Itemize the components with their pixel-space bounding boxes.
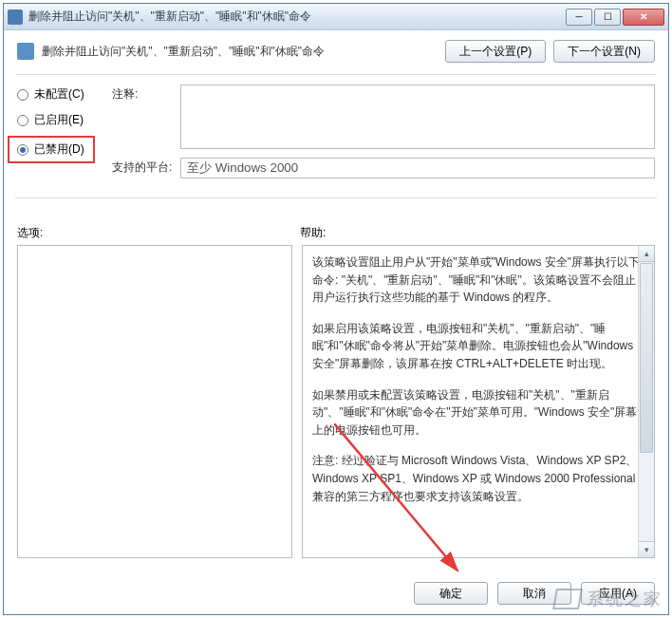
close-button[interactable]: ✕ [623,9,664,26]
previous-setting-button[interactable]: 上一个设置(P) [445,40,546,63]
state-radio-group: 未配置(C) 已启用(E) 已禁用(D) [17,86,112,163]
help-text: 该策略设置阻止用户从"开始"菜单或"Windows 安全"屏幕执行以下命令: "… [312,253,644,505]
app-icon [8,9,23,25]
radio-not-configured[interactable]: 未配置(C) [17,86,112,103]
options-label: 选项: [17,225,300,241]
comment-textarea[interactable] [180,84,655,149]
help-paragraph: 注意: 经过验证与 Microsoft Windows Vista、Window… [312,452,644,505]
ok-button[interactable]: 确定 [414,582,488,605]
platform-field [180,158,655,178]
radio-disabled[interactable]: 已禁用(D) [17,141,85,158]
help-paragraph: 如果禁用或未配置该策略设置，电源按钮和"关机"、"重新启动"、"睡眠"和"休眠"… [312,386,644,440]
minimize-button[interactable]: ─ [566,9,592,26]
policy-title: 删除并阻止访问"关机"、"重新启动"、"睡眠"和"休眠"命令 [42,44,445,60]
scroll-thumb[interactable] [640,263,653,453]
scrollbar[interactable]: ▴ ▾ [638,246,654,557]
help-label: 帮助: [300,225,655,241]
radio-label: 已禁用(D) [34,141,84,158]
window-controls: ─ ☐ ✕ [566,9,664,26]
window-title: 删除并阻止访问"关机"、"重新启动"、"睡眠"和"休眠"命令 [28,9,566,25]
scroll-down-button[interactable]: ▾ [639,541,654,557]
radio-label: 已启用(E) [34,112,84,128]
separator [15,197,657,198]
separator [15,74,657,75]
help-paragraph: 如果启用该策略设置，电源按钮和"关机"、"重新启动"、"睡眠"和"休眠"命令将从… [312,320,644,373]
help-panel: 该策略设置阻止用户从"开始"菜单或"Windows 安全"屏幕执行以下命令: "… [302,245,655,558]
highlight-box: 已禁用(D) [8,136,95,163]
scroll-up-button[interactable]: ▴ [639,246,654,262]
dialog-window: 删除并阻止访问"关机"、"重新启动"、"睡眠"和"休眠"命令 ─ ☐ ✕ 删除并… [3,3,669,615]
options-panel [17,245,292,558]
next-setting-button[interactable]: 下一个设置(N) [553,40,655,63]
header-row: 删除并阻止访问"关机"、"重新启动"、"睡眠"和"休眠"命令 上一个设置(P) … [4,30,668,68]
apply-button[interactable]: 应用(A) [581,582,655,605]
comment-label: 注释: [112,86,180,103]
policy-icon [17,43,34,60]
radio-enabled[interactable]: 已启用(E) [17,112,112,128]
cancel-button[interactable]: 取消 [497,582,571,605]
titlebar[interactable]: 删除并阻止访问"关机"、"重新启动"、"睡眠"和"休眠"命令 ─ ☐ ✕ [4,4,668,30]
footer-buttons: 确定 取消 应用(A) [414,582,655,605]
platform-label: 支持的平台: [112,159,180,176]
maximize-button[interactable]: ☐ [594,9,621,26]
radio-label: 未配置(C) [34,86,84,103]
help-paragraph: 该策略设置阻止用户从"开始"菜单或"Windows 安全"屏幕执行以下命令: "… [312,253,644,307]
